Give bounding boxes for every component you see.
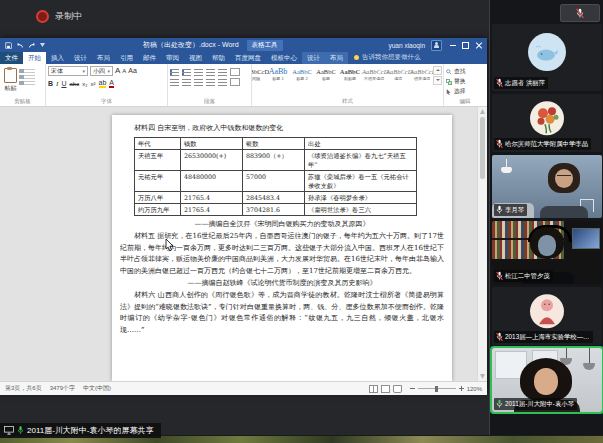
document-page[interactable]: 材料四 自宋至明，政府收入中钱数和银数的变化 年代 钱数 银数 出处 天禧五年 …	[112, 115, 452, 381]
style-heading2[interactable]: AaBbC 标题 2	[290, 66, 314, 81]
vertical-scrollbar[interactable]	[477, 107, 487, 381]
signed-in-user[interactable]: yuan xiaoqin	[389, 42, 426, 49]
line-spacing-icon[interactable]	[218, 79, 227, 86]
italic-icon[interactable]: I	[56, 80, 58, 88]
align-center-icon[interactable]	[182, 79, 191, 86]
font-color-icon[interactable]: A	[109, 79, 114, 88]
bold-icon[interactable]: B	[48, 80, 53, 88]
participant-tile[interactable]: 2013届—上海市实验学校—…	[492, 287, 602, 345]
style-intense-emphasis[interactable]: AaBbCcD 明显强调	[410, 66, 434, 81]
align-left-icon[interactable]	[170, 79, 179, 86]
clipboard-small-buttons[interactable]	[19, 69, 35, 97]
borders-icon[interactable]	[230, 78, 240, 86]
tab-table-design[interactable]: 设计	[302, 52, 325, 64]
numbering-icon[interactable]	[182, 69, 191, 76]
superscript-icon[interactable]: x²	[91, 80, 96, 88]
style-title[interactable]: AaBbC 标题	[314, 66, 338, 81]
increase-indent-icon[interactable]	[206, 69, 215, 76]
minimize-button[interactable]	[446, 40, 459, 51]
zoom-slider-thumb[interactable]	[435, 386, 438, 392]
decrease-indent-icon[interactable]	[194, 69, 203, 76]
subscript-icon[interactable]: x₂	[82, 80, 87, 88]
tab-layout[interactable]: 布局	[92, 52, 115, 64]
page-indicator[interactable]: 第3页，共6页	[5, 384, 42, 393]
style-no-spacing[interactable]: AaBbCcD 无间隔	[252, 66, 266, 81]
bullets-icon[interactable]	[170, 69, 179, 76]
tab-references[interactable]: 引用	[115, 52, 138, 64]
scroll-up-icon[interactable]	[480, 109, 485, 114]
read-mode-icon[interactable]	[369, 385, 378, 393]
zoom-in-icon[interactable]	[459, 386, 464, 391]
find-button[interactable]: 查找	[446, 67, 484, 76]
underline-icon[interactable]: U	[61, 80, 66, 88]
justify-icon[interactable]	[206, 79, 215, 86]
restore-button[interactable]	[459, 40, 472, 51]
print-layout-icon[interactable]	[381, 385, 390, 393]
participant-tile[interactable]: 志愿者 洪丽萍	[492, 24, 602, 91]
recording-label: 录制中	[55, 10, 82, 23]
user-avatar-icon[interactable]	[431, 40, 442, 51]
tell-me-box[interactable]: 告诉我你想要做什么	[354, 53, 421, 64]
participant-tile-active-speaker[interactable]: 2011届-川大附中-袁小琴	[492, 348, 602, 412]
styles-scroll-up-icon[interactable]	[433, 66, 442, 75]
zoom-out-icon[interactable]	[410, 388, 415, 389]
tab-mailings[interactable]: 邮件	[138, 52, 161, 64]
tab-template-center[interactable]: 模板中心	[266, 52, 302, 64]
change-case-icon[interactable]: Aa	[128, 67, 137, 75]
strikethrough-icon[interactable]: abc	[69, 80, 79, 88]
tab-view[interactable]: 视图	[184, 52, 207, 64]
format-painter-icon[interactable]	[19, 81, 35, 85]
shrink-font-icon[interactable]: A	[122, 67, 126, 75]
undo-icon[interactable]	[16, 42, 24, 49]
style-heading1[interactable]: AaBb 标题 1	[266, 66, 290, 81]
scrollbar-thumb[interactable]	[480, 117, 485, 179]
col-coins: 钱数	[181, 138, 243, 150]
tab-insert[interactable]: 插入	[46, 52, 69, 64]
cell: 《皇明世法录》卷三六	[305, 204, 417, 216]
save-icon[interactable]	[5, 42, 12, 49]
paste-button[interactable]: 粘贴	[4, 68, 17, 97]
style-emphasis[interactable]: AaBbCcD 强调	[386, 66, 410, 81]
tab-baidu-netdisk[interactable]: 百度网盘	[230, 52, 266, 64]
participant-tile[interactable]: 松江二中管夕茂	[492, 221, 602, 284]
select-button[interactable]: 选择	[446, 87, 484, 96]
highlight-color-icon[interactable]: ab	[99, 79, 107, 88]
zoom-level[interactable]: 120%	[467, 386, 482, 392]
language-indicator[interactable]: 中文(中国)	[83, 384, 111, 393]
font-name-select[interactable]: 宋体▾	[48, 66, 88, 76]
table-tools-context-tab[interactable]: 表格工具	[247, 40, 283, 51]
styles-scroll-down-icon[interactable]	[433, 76, 442, 85]
tab-design[interactable]: 设计	[69, 52, 92, 64]
cut-icon[interactable]	[19, 69, 35, 73]
participant-tile[interactable]: 李月琴	[492, 155, 602, 218]
zoom-slider[interactable]	[418, 388, 456, 389]
tab-home[interactable]: 开始	[23, 52, 46, 64]
align-right-icon[interactable]	[194, 79, 203, 86]
style-subtitle[interactable]: AaBbC 副标题	[338, 66, 362, 81]
font-size-select[interactable]: 小四▾	[90, 66, 113, 76]
participants-panel: 志愿者 洪丽萍	[489, 0, 603, 437]
tab-help[interactable]: 帮助	[207, 52, 230, 64]
editing-group-label: 编辑	[444, 98, 486, 105]
copy-icon[interactable]	[19, 75, 35, 79]
show-marks-icon[interactable]	[230, 68, 240, 76]
web-layout-icon[interactable]	[393, 385, 402, 393]
participant-tile[interactable]: 哈尔滨师范大学附属中学李晶	[492, 94, 602, 152]
qat-customize-icon[interactable]	[40, 43, 45, 47]
tab-review[interactable]: 审阅	[161, 52, 184, 64]
close-button[interactable]	[472, 40, 485, 51]
style-subtle-emphasis[interactable]: AaBbCcD 不明显强调	[362, 66, 386, 81]
table-row: 元祐元年 48480000 57000 苏辙《栾城后录》卷一五《元祐会计录收支叙…	[135, 171, 417, 192]
tab-file[interactable]: 文件	[0, 52, 23, 64]
redo-icon[interactable]	[28, 42, 36, 49]
scroll-down-icon[interactable]	[480, 374, 485, 379]
panel-mute-indicator[interactable]	[560, 4, 600, 22]
replace-button[interactable]: 替换	[446, 77, 484, 86]
paste-label: 粘贴	[5, 84, 17, 93]
tab-table-layout[interactable]: 布局	[325, 52, 348, 64]
sort-icon[interactable]	[218, 69, 227, 76]
figure-avatar-icon	[530, 294, 564, 328]
grow-font-icon[interactable]: A	[115, 67, 120, 75]
word-count[interactable]: 3479个字	[50, 384, 75, 393]
avatar	[528, 33, 566, 71]
